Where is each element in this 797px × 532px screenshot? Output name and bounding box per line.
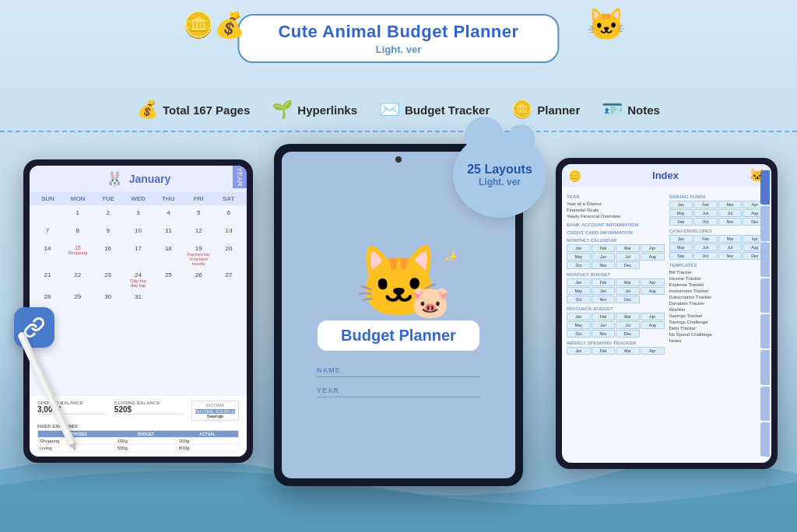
month-cell: Jan (669, 235, 693, 243)
tab-item[interactable] (760, 206, 770, 240)
cal-cell: 29 (63, 291, 93, 308)
month-cell: Jul (616, 287, 640, 295)
month-cell: Jan (567, 347, 591, 355)
month-cell: Sep (669, 252, 693, 260)
right-tablet: 🪙 Index 🐱 YEAR Year at a Glance Financia… (556, 158, 778, 469)
budget-planner-title: Budget Planner (341, 327, 456, 345)
cal-cell (33, 207, 62, 224)
expense-actual: 300g (177, 438, 238, 445)
app-subtitle: Light. ver (278, 44, 518, 55)
cloud-badge: 25 Layouts Light. ver (453, 132, 546, 218)
layouts-count: 25 Layouts (467, 163, 532, 177)
month-cell: Jan (567, 278, 591, 286)
sparkle-icon: ✨ (444, 250, 458, 263)
month-cell: Mar (616, 278, 640, 286)
opening-balance: OPENING BALANCE 3,000$ (37, 401, 107, 421)
day-thu: THU (153, 194, 184, 204)
day-tue: TUE (93, 194, 123, 204)
month-cell: Aug (641, 253, 665, 261)
month-cell: Feb (592, 313, 616, 320)
monthly-budget-section-title: MONTHLY BUDGET (567, 272, 665, 277)
month-cell: Dec (616, 296, 640, 303)
cal-cell: 23 (93, 269, 123, 290)
month-cell: Jul (616, 253, 640, 261)
cat-illustration: 🐱 🐷 ✨ (355, 247, 442, 317)
template-item: No Spend Challenge (669, 331, 767, 338)
name-field-label: NAME (317, 366, 480, 374)
month-cell: Jul (718, 209, 743, 217)
credit-section-title: CREDIT CARD INFORMATION (567, 230, 665, 235)
month-cell: May (669, 209, 693, 217)
cal-cell: 18 (153, 243, 183, 268)
tab-item[interactable] (760, 350, 770, 384)
budget-col-header: BUDGET (115, 431, 177, 438)
month-cell: Apr (641, 347, 665, 355)
cal-cell: 7 (33, 225, 62, 242)
expense-actual: 800g (177, 445, 238, 452)
day-mon: MON (63, 194, 93, 204)
index-item: Financial Goals (567, 207, 665, 213)
cal-cell: 27 (214, 269, 244, 290)
calendar-days-header: SUN MON TUE WED THU FRI SAT (30, 192, 247, 205)
template-item: Donation Tracker (669, 300, 767, 306)
month-cell: Nov (592, 296, 616, 303)
index-left-col: YEAR Year at a Glance Financial Goals Ye… (567, 191, 665, 456)
income-box: INCOME INCOME SOURCE Savings (191, 401, 239, 421)
center-tablet: 25 Layouts Light. ver 🐱 🐷 ✨ Budget Plann… (274, 144, 523, 486)
tab-item[interactable] (760, 170, 770, 205)
income-source-value: Savings (195, 414, 235, 418)
center-fields: NAME YEAR (317, 366, 480, 407)
tab-item[interactable] (760, 422, 770, 457)
cal-cell: 31 (124, 291, 153, 308)
month-cell: Oct (567, 261, 591, 269)
month-cell: Nov (718, 218, 743, 226)
feature-budget-label: Budget Tracker (405, 103, 490, 117)
title-box: Cute Animal Budget Planner Light. ver (237, 14, 559, 63)
opening-balance-value: 3,000$ (37, 405, 107, 415)
card-icon: 🪪 (602, 100, 623, 120)
coins-icon: 🪙💰 (183, 10, 245, 40)
expense-budget: 500g (115, 445, 177, 452)
cal-cell (153, 291, 183, 308)
monthly-cal-section-title: MONTHLY CALENDAR (567, 238, 665, 243)
tab-strip (759, 164, 771, 463)
index-content: YEAR Year at a Glance Financial Goals Ye… (562, 187, 771, 460)
tab-item[interactable] (760, 387, 770, 421)
month-cell: Dec (616, 261, 640, 269)
tab-item[interactable] (760, 278, 770, 313)
chain-link-icon (23, 317, 45, 338)
cash-envelopes-grid: Jan Feb Mar Apr May Jun Jul Aug Sep Oct … (669, 235, 767, 260)
calendar-month: January (129, 173, 171, 185)
cal-cell: 22 (63, 269, 93, 290)
month-cell: Jul (616, 321, 640, 329)
template-item: Notes (669, 338, 767, 344)
cal-cell: 12 (184, 225, 213, 242)
cal-cell: 19Payment dayto be banktransfer (184, 243, 213, 268)
index-item: Yearly Financial Overview (567, 213, 665, 219)
feature-pages-label: Total 167 Pages (163, 103, 250, 117)
tab-item[interactable] (760, 243, 770, 277)
year-field: YEAR (317, 387, 480, 397)
template-item: Subscription Tracker (669, 294, 767, 300)
month-cell: Oct (567, 296, 591, 303)
weekly-section-title: WEEKLY SPENDING TRACKER (567, 341, 665, 345)
month-cell: Dec (616, 330, 640, 338)
day-wed: WED (123, 194, 153, 204)
template-item: Expense Tracker (669, 282, 767, 288)
cash-envelopes-title: CASH ENVELOPES (669, 229, 767, 233)
month-cell: Nov (718, 252, 743, 260)
cal-cell: 11 (153, 225, 183, 242)
month-cell: May (567, 321, 591, 329)
month-cell: Jul (718, 243, 743, 251)
month-cell: Aug (641, 321, 665, 329)
tab-item[interactable] (760, 314, 770, 348)
month-cell: Apr (641, 278, 665, 286)
cal-cell: 21 (33, 269, 62, 290)
template-item: Investment Tracker (669, 288, 767, 294)
feature-notes-label: Notes (627, 103, 660, 117)
coins-icon-2: 🪙 (511, 100, 532, 120)
cal-cell: 1 (63, 207, 93, 224)
weekly-grid: Jan Feb Mar Apr (567, 347, 665, 355)
template-item: Debt Tracker (669, 325, 767, 331)
month-cell: Jun (592, 253, 616, 261)
